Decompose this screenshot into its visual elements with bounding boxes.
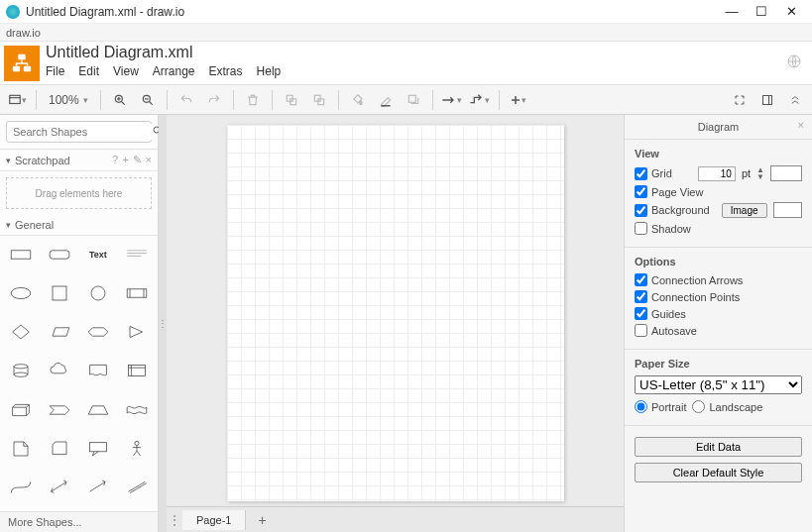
view-section-label: View — [635, 148, 802, 160]
grid-checkbox[interactable]: Grid — [635, 167, 672, 180]
language-icon[interactable] — [786, 53, 802, 72]
papersize-select[interactable]: US-Letter (8,5" x 11") — [635, 375, 802, 394]
search-input[interactable] — [11, 124, 152, 140]
format-panel-button[interactable] — [754, 88, 780, 112]
shape-diamond[interactable] — [4, 317, 39, 347]
menu-file[interactable]: File — [46, 64, 64, 78]
tab-menu-icon[interactable]: ⋮ — [167, 513, 182, 527]
shape-process[interactable] — [119, 278, 154, 308]
scratchpad-dropzone[interactable]: Drag elements here — [6, 177, 152, 209]
tab-page-1[interactable]: Page-1 — [182, 510, 246, 530]
svg-rect-4 — [9, 95, 20, 103]
help-icon[interactable]: ? — [112, 154, 118, 166]
zoom-out-button[interactable] — [135, 88, 161, 112]
shape-textbox[interactable] — [119, 240, 154, 269]
autosave-checkbox[interactable]: Autosave — [635, 324, 697, 337]
canvas[interactable] — [167, 115, 624, 506]
shape-trapezoid[interactable] — [81, 395, 116, 425]
fill-color-button[interactable] — [345, 88, 371, 112]
shape-palette: Text — [0, 236, 158, 511]
zoom-in-button[interactable] — [107, 88, 133, 112]
insert-dropdown[interactable] — [506, 88, 531, 112]
pageview-checkbox[interactable]: Page View — [635, 185, 703, 198]
close-button[interactable]: ✕ — [776, 4, 806, 19]
papersize-section-label: Paper Size — [635, 358, 802, 370]
shape-circle[interactable] — [81, 278, 116, 308]
shape-document[interactable] — [81, 356, 116, 385]
shape-callout[interactable] — [81, 434, 116, 464]
shadow-button[interactable] — [401, 88, 426, 112]
grid-step-down[interactable]: ▼ — [756, 173, 764, 180]
close-icon[interactable]: × — [146, 154, 152, 166]
close-icon[interactable]: × — [798, 119, 804, 131]
general-header[interactable]: ▾ General — [0, 215, 158, 236]
maximize-button[interactable]: ☐ — [747, 4, 776, 19]
shape-internal-storage[interactable] — [119, 356, 154, 385]
shape-note[interactable] — [4, 434, 39, 464]
shape-cloud[interactable] — [43, 356, 77, 385]
guides-checkbox[interactable]: Guides — [635, 307, 686, 320]
line-color-button[interactable] — [373, 88, 399, 112]
menu-help[interactable]: Help — [257, 64, 282, 78]
shape-line[interactable] — [119, 473, 154, 502]
more-shapes-button[interactable]: More Shapes... — [0, 511, 158, 532]
scratchpad-header[interactable]: ▾ Scratchpad ? + ✎ × — [0, 150, 158, 171]
redo-button[interactable] — [201, 88, 227, 112]
grid-size-input[interactable] — [698, 166, 736, 181]
menu-edit[interactable]: Edit — [78, 64, 99, 78]
svg-point-20 — [14, 365, 28, 369]
zoom-dropdown[interactable]: 100% — [43, 93, 94, 107]
shape-square[interactable] — [43, 278, 77, 308]
add-page-button[interactable]: + — [246, 508, 278, 532]
clear-default-style-button[interactable]: Clear Default Style — [635, 463, 802, 482]
shape-triangle[interactable] — [119, 317, 154, 347]
background-checkbox[interactable]: Background — [635, 204, 710, 217]
delete-button[interactable] — [240, 88, 266, 112]
drawing-page[interactable] — [227, 125, 564, 501]
shape-card[interactable] — [43, 434, 77, 464]
shape-tape[interactable] — [119, 395, 154, 425]
shape-ellipse[interactable] — [4, 278, 39, 308]
background-color[interactable] — [773, 202, 802, 218]
menu-extras[interactable]: Extras — [209, 64, 243, 78]
svg-point-16 — [12, 288, 32, 299]
portrait-radio[interactable]: Portrait — [635, 400, 686, 413]
shape-cylinder[interactable] — [4, 356, 39, 385]
landscape-radio[interactable]: Landscape — [692, 400, 762, 413]
view-mode-dropdown[interactable] — [4, 88, 30, 112]
left-splitter[interactable] — [159, 115, 167, 532]
svg-rect-23 — [89, 442, 106, 451]
collapse-button[interactable] — [782, 88, 808, 112]
shape-cube[interactable] — [4, 395, 39, 425]
connection-dropdown[interactable] — [439, 88, 465, 112]
menu-arrange[interactable]: Arrange — [153, 64, 195, 78]
background-image-button[interactable]: Image — [722, 203, 767, 218]
minimize-button[interactable]: — — [717, 4, 747, 19]
search-shapes[interactable] — [6, 121, 152, 143]
edit-data-button[interactable]: Edit Data — [635, 437, 802, 457]
shape-bidirectional-arrow[interactable] — [43, 473, 77, 502]
shape-text[interactable]: Text — [81, 240, 116, 269]
shape-rectangle[interactable] — [4, 240, 39, 269]
to-back-button[interactable] — [306, 88, 332, 112]
shape-hexagon[interactable] — [81, 317, 116, 347]
shape-rounded-rectangle[interactable] — [43, 240, 77, 269]
edit-icon[interactable]: ✎ — [133, 154, 142, 166]
svg-point-21 — [14, 373, 28, 377]
undo-button[interactable] — [174, 88, 199, 112]
grid-color[interactable] — [770, 165, 802, 181]
menu-view[interactable]: View — [113, 64, 139, 78]
chevron-down-icon: ▾ — [6, 156, 11, 165]
shape-arrow[interactable] — [81, 473, 116, 502]
waypoint-dropdown[interactable] — [467, 88, 493, 112]
shape-step[interactable] — [43, 395, 77, 425]
shadow-checkbox[interactable]: Shadow — [635, 222, 691, 235]
shape-parallelogram[interactable] — [43, 317, 77, 347]
shape-actor[interactable] — [119, 434, 154, 464]
add-icon[interactable]: + — [122, 154, 128, 166]
to-front-button[interactable] — [279, 88, 304, 112]
shape-curve[interactable] — [4, 473, 39, 502]
connection-points-checkbox[interactable]: Connection Points — [635, 290, 740, 303]
connection-arrows-checkbox[interactable]: Connection Arrows — [635, 273, 743, 286]
fullscreen-button[interactable] — [727, 88, 753, 112]
